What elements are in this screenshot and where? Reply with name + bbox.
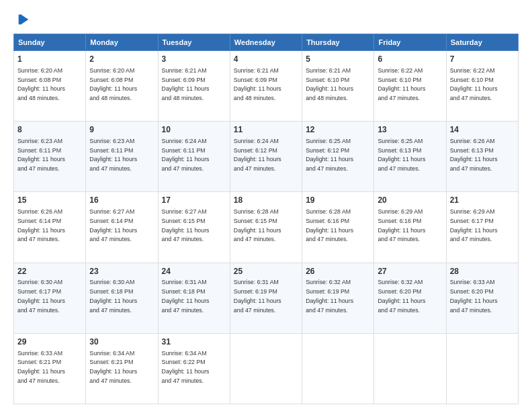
calendar-day-cell: 19 Sunrise: 6:28 AMSunset: 6:16 PMDaylig…	[302, 192, 374, 263]
calendar-week-row: 1 Sunrise: 6:20 AMSunset: 6:08 PMDayligh…	[14, 51, 519, 122]
calendar-day-cell: 14 Sunrise: 6:26 AMSunset: 6:13 PMDaylig…	[446, 122, 518, 192]
day-number: 15	[17, 195, 82, 206]
calendar-day-cell: 27 Sunrise: 6:32 AMSunset: 6:20 PMDaylig…	[374, 263, 446, 333]
svg-rect-1	[19, 15, 22, 25]
calendar-week-row: 15 Sunrise: 6:26 AMSunset: 6:14 PMDaylig…	[14, 192, 519, 263]
day-info: Sunrise: 6:33 AMSunset: 6:20 PMDaylight:…	[450, 279, 498, 313]
logo	[13, 12, 31, 27]
day-number: 27	[378, 266, 442, 277]
day-info: Sunrise: 6:26 AMSunset: 6:14 PMDaylight:…	[17, 208, 65, 242]
calendar-day-cell: 13 Sunrise: 6:25 AMSunset: 6:13 PMDaylig…	[374, 122, 446, 192]
calendar-day-header: Tuesday	[158, 34, 230, 51]
calendar-day-cell	[230, 333, 302, 404]
day-info: Sunrise: 6:28 AMSunset: 6:15 PMDaylight:…	[234, 208, 281, 242]
svg-marker-0	[21, 15, 28, 25]
header	[13, 12, 519, 27]
day-info: Sunrise: 6:29 AMSunset: 6:17 PMDaylight:…	[450, 208, 498, 242]
calendar-day-cell: 30 Sunrise: 6:34 AMSunset: 6:21 PMDaylig…	[86, 333, 158, 404]
day-number: 18	[234, 195, 298, 206]
day-info: Sunrise: 6:22 AMSunset: 6:10 PMDaylight:…	[378, 67, 425, 101]
calendar-day-cell: 11 Sunrise: 6:24 AMSunset: 6:12 PMDaylig…	[230, 122, 302, 192]
calendar-week-row: 22 Sunrise: 6:30 AMSunset: 6:17 PMDaylig…	[14, 263, 519, 333]
day-number: 23	[89, 266, 154, 277]
day-number: 26	[306, 266, 370, 277]
day-number: 30	[89, 336, 154, 348]
day-number: 17	[162, 195, 226, 206]
calendar-day-cell: 9 Sunrise: 6:23 AMSunset: 6:11 PMDayligh…	[86, 122, 158, 192]
calendar-day-cell: 4 Sunrise: 6:21 AMSunset: 6:09 PMDayligh…	[230, 51, 302, 122]
day-info: Sunrise: 6:29 AMSunset: 6:16 PMDaylight:…	[378, 208, 425, 242]
page: SundayMondayTuesdayWednesdayThursdayFrid…	[0, 0, 532, 411]
day-number: 1	[17, 54, 82, 65]
calendar-day-cell: 28 Sunrise: 6:33 AMSunset: 6:20 PMDaylig…	[446, 263, 518, 333]
calendar-day-cell: 29 Sunrise: 6:33 AMSunset: 6:21 PMDaylig…	[14, 333, 86, 404]
day-info: Sunrise: 6:30 AMSunset: 6:18 PMDaylight:…	[89, 279, 137, 313]
day-info: Sunrise: 6:23 AMSunset: 6:11 PMDaylight:…	[17, 138, 65, 172]
calendar-day-cell: 22 Sunrise: 6:30 AMSunset: 6:17 PMDaylig…	[14, 263, 86, 333]
day-info: Sunrise: 6:31 AMSunset: 6:19 PMDaylight:…	[234, 279, 281, 313]
day-number: 28	[450, 266, 515, 277]
calendar-week-row: 29 Sunrise: 6:33 AMSunset: 6:21 PMDaylig…	[14, 333, 519, 404]
day-number: 8	[17, 124, 82, 136]
day-info: Sunrise: 6:24 AMSunset: 6:12 PMDaylight:…	[234, 138, 281, 172]
day-info: Sunrise: 6:34 AMSunset: 6:21 PMDaylight:…	[89, 350, 137, 384]
day-info: Sunrise: 6:25 AMSunset: 6:12 PMDaylight:…	[306, 138, 353, 172]
calendar-day-cell: 12 Sunrise: 6:25 AMSunset: 6:12 PMDaylig…	[302, 122, 374, 192]
calendar-day-cell: 25 Sunrise: 6:31 AMSunset: 6:19 PMDaylig…	[230, 263, 302, 333]
day-number: 29	[17, 336, 82, 348]
day-number: 24	[162, 266, 226, 277]
calendar-day-header: Monday	[86, 34, 158, 51]
calendar-day-header: Saturday	[446, 34, 518, 51]
day-number: 20	[378, 195, 442, 206]
day-info: Sunrise: 6:32 AMSunset: 6:20 PMDaylight:…	[378, 279, 425, 313]
calendar-day-cell: 23 Sunrise: 6:30 AMSunset: 6:18 PMDaylig…	[86, 263, 158, 333]
day-info: Sunrise: 6:32 AMSunset: 6:19 PMDaylight:…	[306, 279, 353, 313]
calendar-day-cell: 17 Sunrise: 6:27 AMSunset: 6:15 PMDaylig…	[158, 192, 230, 263]
day-info: Sunrise: 6:34 AMSunset: 6:22 PMDaylight:…	[162, 350, 210, 384]
day-number: 21	[450, 195, 515, 206]
day-number: 2	[89, 54, 154, 65]
calendar-day-cell: 16 Sunrise: 6:27 AMSunset: 6:14 PMDaylig…	[86, 192, 158, 263]
day-info: Sunrise: 6:22 AMSunset: 6:10 PMDaylight:…	[450, 67, 498, 101]
calendar-day-cell: 1 Sunrise: 6:20 AMSunset: 6:08 PMDayligh…	[14, 51, 86, 122]
calendar-day-cell: 6 Sunrise: 6:22 AMSunset: 6:10 PMDayligh…	[374, 51, 446, 122]
day-number: 11	[234, 124, 298, 136]
logo-text	[13, 12, 31, 27]
calendar-day-header: Friday	[374, 34, 446, 51]
calendar-day-cell: 5 Sunrise: 6:21 AMSunset: 6:10 PMDayligh…	[302, 51, 374, 122]
day-number: 12	[306, 124, 370, 136]
day-number: 3	[162, 54, 226, 65]
calendar-day-cell: 2 Sunrise: 6:20 AMSunset: 6:08 PMDayligh…	[86, 51, 158, 122]
calendar-day-header: Thursday	[302, 34, 374, 51]
day-number: 9	[89, 124, 154, 136]
calendar-day-cell	[446, 333, 518, 404]
day-number: 31	[162, 336, 226, 348]
calendar-day-cell	[374, 333, 446, 404]
day-number: 25	[234, 266, 298, 277]
calendar-day-cell: 26 Sunrise: 6:32 AMSunset: 6:19 PMDaylig…	[302, 263, 374, 333]
day-number: 13	[378, 124, 442, 136]
calendar-day-header: Wednesday	[230, 34, 302, 51]
calendar-day-cell: 10 Sunrise: 6:24 AMSunset: 6:11 PMDaylig…	[158, 122, 230, 192]
calendar-table: SundayMondayTuesdayWednesdayThursdayFrid…	[13, 34, 519, 404]
calendar-day-cell: 31 Sunrise: 6:34 AMSunset: 6:22 PMDaylig…	[158, 333, 230, 404]
day-info: Sunrise: 6:24 AMSunset: 6:11 PMDaylight:…	[162, 138, 210, 172]
day-number: 10	[162, 124, 226, 136]
calendar-day-cell	[302, 333, 374, 404]
day-number: 22	[17, 266, 82, 277]
day-info: Sunrise: 6:31 AMSunset: 6:18 PMDaylight:…	[162, 279, 210, 313]
day-number: 5	[306, 54, 370, 65]
calendar-day-cell: 7 Sunrise: 6:22 AMSunset: 6:10 PMDayligh…	[446, 51, 518, 122]
day-info: Sunrise: 6:27 AMSunset: 6:15 PMDaylight:…	[162, 208, 210, 242]
calendar-day-header: Sunday	[14, 34, 86, 51]
day-info: Sunrise: 6:30 AMSunset: 6:17 PMDaylight:…	[17, 279, 65, 313]
day-info: Sunrise: 6:20 AMSunset: 6:08 PMDaylight:…	[17, 67, 65, 101]
day-number: 6	[378, 54, 442, 65]
calendar-day-cell: 18 Sunrise: 6:28 AMSunset: 6:15 PMDaylig…	[230, 192, 302, 263]
day-number: 4	[234, 54, 298, 65]
day-info: Sunrise: 6:21 AMSunset: 6:09 PMDaylight:…	[162, 67, 210, 101]
day-number: 19	[306, 195, 370, 206]
day-number: 14	[450, 124, 515, 136]
day-info: Sunrise: 6:27 AMSunset: 6:14 PMDaylight:…	[89, 208, 137, 242]
day-info: Sunrise: 6:21 AMSunset: 6:09 PMDaylight:…	[234, 67, 281, 101]
